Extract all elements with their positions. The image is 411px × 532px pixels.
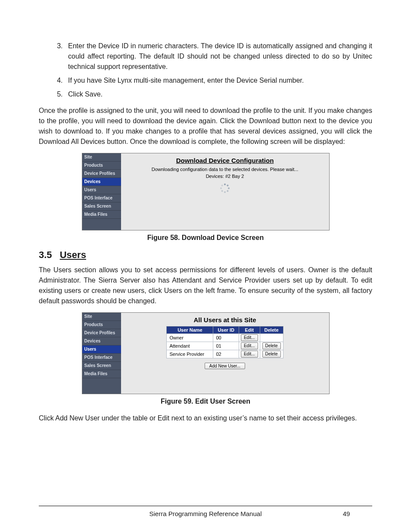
paragraph-download-explain: Once the profile is assigned to the unit… xyxy=(39,106,372,147)
sidebar-item-sales-screen[interactable]: Sales Screen xyxy=(82,362,121,370)
table-row: Attendant 01 Edit... Delete xyxy=(167,342,283,350)
footer-rule xyxy=(39,506,372,506)
table-header-row: User Name User ID Edit Delete xyxy=(167,327,283,334)
spinner-icon xyxy=(220,183,230,193)
screenshot-download-device: Site Products Device Profiles Devices Us… xyxy=(82,153,330,230)
sidebar-item-device-profiles[interactable]: Device Profiles xyxy=(82,329,121,337)
screenshot-users: Site Products Device Profiles Devices Us… xyxy=(82,312,330,394)
sidebar-item-media-files[interactable]: Media Files xyxy=(82,370,121,378)
sidebar-item-sales-screen[interactable]: Sales Screen xyxy=(82,202,121,211)
sidebar-item-site[interactable]: Site xyxy=(82,153,121,162)
sidebar-item-pos-interface[interactable]: POS Interface xyxy=(82,194,121,202)
cell-userid: 01 xyxy=(213,342,239,350)
sidebar-item-users[interactable]: Users xyxy=(82,186,121,194)
edit-button[interactable]: Edit... xyxy=(241,342,258,349)
add-new-user-button[interactable]: Add New User... xyxy=(205,363,245,369)
paragraph-users: The Users section allows you to set acce… xyxy=(39,265,372,306)
main-panel: All Users at this Site User Name User ID… xyxy=(121,313,329,394)
step-3: Enter the Device ID in numeric character… xyxy=(65,41,372,72)
page-footer: Sierra Programming Reference Manual 49 xyxy=(39,510,372,517)
sidebar-item-products[interactable]: Products xyxy=(82,162,121,170)
edit-button[interactable]: Edit... xyxy=(241,334,258,341)
cell-username: Attendant xyxy=(167,342,213,350)
device-line: Devices: #2 Bay 2 xyxy=(125,174,325,179)
cell-username: Service Provider xyxy=(167,350,213,358)
footer-page-number: 49 xyxy=(321,510,372,517)
section-number: 3.5 xyxy=(39,249,52,261)
edit-button[interactable]: Edit... xyxy=(241,351,258,358)
cell-userid: 00 xyxy=(213,334,239,342)
table-row: Service Provider 02 Edit... Delete xyxy=(167,350,283,358)
col-edit: Edit xyxy=(239,327,260,334)
col-username: User Name xyxy=(167,327,213,334)
col-delete: Delete xyxy=(260,327,283,334)
section-heading-users: 3.5 Users xyxy=(39,249,372,261)
sidebar-item-pos-interface[interactable]: POS Interface xyxy=(82,354,121,362)
cell-userid: 02 xyxy=(213,350,239,358)
sidebar: Site Products Device Profiles Devices Us… xyxy=(82,153,121,230)
status-message: Downloading configuration data to the se… xyxy=(125,167,325,172)
users-table: User Name User ID Edit Delete Owner 00 E… xyxy=(166,326,283,358)
panel-title: All Users at this Site xyxy=(125,316,325,324)
figure-59-caption: Figure 59. Edit User Screen xyxy=(39,398,372,405)
col-userid: User ID xyxy=(213,327,239,334)
table-row: Owner 00 Edit... xyxy=(167,334,283,342)
panel-title: Download Device Configuration xyxy=(125,157,325,164)
step-5: Click Save. xyxy=(65,89,372,100)
sidebar-item-users[interactable]: Users xyxy=(82,345,121,354)
step-text: Click Save. xyxy=(68,90,103,98)
paragraph-after-fig59: Click Add New User under the table or Ed… xyxy=(39,413,372,423)
delete-button[interactable]: Delete xyxy=(262,342,281,349)
section-title: Users xyxy=(60,249,86,260)
sidebar-item-site[interactable]: Site xyxy=(82,313,121,321)
sidebar-item-devices[interactable]: Devices xyxy=(82,337,121,345)
cell-username: Owner xyxy=(167,334,213,342)
sidebar-item-devices[interactable]: Devices xyxy=(82,178,121,186)
step-text: Enter the Device ID in numeric character… xyxy=(68,42,372,70)
footer-title: Sierra Programming Reference Manual xyxy=(90,510,321,517)
instruction-list: Enter the Device ID in numeric character… xyxy=(39,41,372,100)
main-panel: Download Device Configuration Downloadin… xyxy=(121,153,329,230)
sidebar-item-products[interactable]: Products xyxy=(82,321,121,329)
cell-delete-empty xyxy=(260,334,283,342)
sidebar-item-device-profiles[interactable]: Device Profiles xyxy=(82,170,121,178)
delete-button[interactable]: Delete xyxy=(262,351,281,358)
step-4: If you have Site Lynx multi-site managem… xyxy=(65,75,372,86)
step-text: If you have Site Lynx multi-site managem… xyxy=(68,77,304,84)
sidebar-item-media-files[interactable]: Media Files xyxy=(82,211,121,219)
figure-58-caption: Figure 58. Download Device Screen xyxy=(39,234,372,242)
sidebar: Site Products Device Profiles Devices Us… xyxy=(82,313,121,394)
